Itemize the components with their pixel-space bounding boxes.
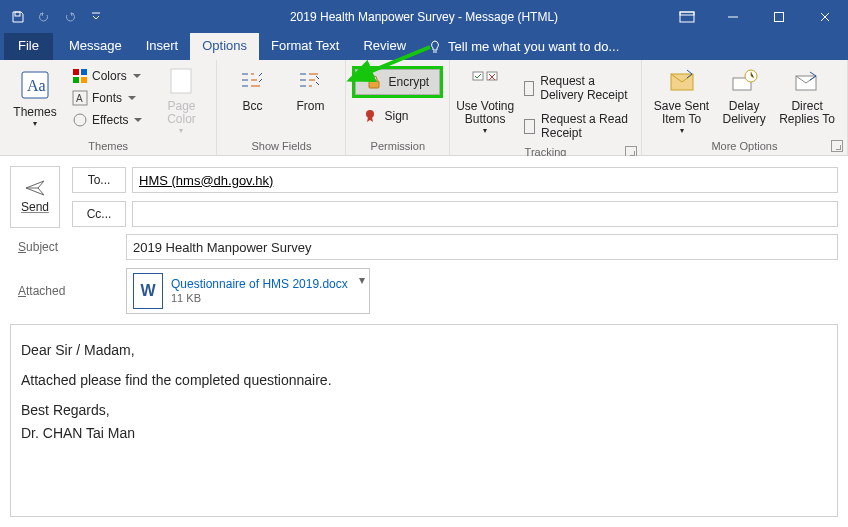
fonts-button[interactable]: A Fonts — [66, 88, 148, 108]
quick-access-toolbar — [0, 0, 114, 33]
request-read-receipt[interactable]: Request a Read Receipt — [520, 108, 635, 144]
svg-rect-7 — [81, 69, 87, 75]
group-label-more-options: More Options — [642, 138, 847, 155]
send-button[interactable]: Send — [10, 166, 60, 228]
maximize-button[interactable] — [756, 0, 802, 33]
svg-rect-1 — [680, 12, 694, 22]
ribbon-seal-icon — [362, 108, 378, 124]
send-label: Send — [21, 200, 49, 214]
message-body[interactable]: Dear Sir / Madam, Attached please find t… — [10, 324, 838, 517]
encrypt-highlight: Encrypt — [352, 66, 443, 98]
page-color-button[interactable]: Page Color ▾ — [152, 64, 210, 138]
dialog-launcher-icon[interactable] — [831, 140, 843, 152]
to-field[interactable]: HMS (hms@dh.gov.hk) — [132, 167, 838, 193]
group-label-show-fields: Show Fields — [217, 138, 345, 155]
save-sent-label: Save Sent Item To — [654, 100, 709, 126]
redo-icon[interactable] — [58, 5, 82, 29]
bcc-button[interactable]: Bcc — [223, 64, 281, 115]
cc-button[interactable]: Cc... — [72, 201, 126, 227]
chevron-down-icon: ▾ — [483, 127, 487, 136]
tell-me-search[interactable]: Tell me what you want to do... — [418, 33, 629, 60]
save-sent-icon — [666, 66, 698, 98]
colors-label: Colors — [92, 69, 127, 83]
page-color-label: Page Color — [167, 100, 196, 126]
checkbox-icon — [524, 81, 534, 96]
fonts-icon: A — [72, 90, 88, 106]
chevron-down-icon — [134, 118, 142, 122]
delay-delivery-icon — [728, 66, 760, 98]
message-header: Send To... HMS (hms@dh.gov.hk) Cc... — [0, 156, 848, 234]
delivery-receipt-label: Request a Delivery Receipt — [540, 74, 631, 102]
attachment-item[interactable]: W Questionnaire of HMS 2019.docx 11 KB ▾ — [126, 268, 370, 314]
tab-file[interactable]: File — [4, 32, 53, 60]
body-line: Attached please find the completed quest… — [21, 369, 827, 393]
svg-rect-3 — [775, 12, 784, 21]
svg-rect-9 — [81, 77, 87, 83]
body-line: Dear Sir / Madam, — [21, 339, 827, 363]
effects-label: Effects — [92, 113, 128, 127]
checkbox-icon — [524, 119, 535, 134]
page-color-icon — [165, 66, 197, 98]
tab-options[interactable]: Options — [190, 32, 259, 60]
save-sent-item-to-button[interactable]: Save Sent Item To ▾ — [648, 64, 715, 138]
subject-label: Subject — [10, 240, 120, 254]
from-icon — [294, 66, 326, 98]
ribbon-tabs: File Message Insert Options Format Text … — [0, 33, 848, 60]
word-doc-icon: W — [133, 273, 163, 309]
outlook-compose-window: 2019 Health Manpower Survey - Message (H… — [0, 0, 848, 527]
svg-point-15 — [366, 110, 374, 118]
svg-rect-0 — [15, 12, 20, 16]
voting-buttons[interactable]: Use Voting Buttons ▾ — [456, 64, 514, 138]
chevron-down-icon — [133, 74, 141, 78]
svg-rect-2 — [680, 12, 694, 15]
save-icon[interactable] — [6, 5, 30, 29]
cc-field[interactable] — [132, 201, 838, 227]
undo-icon[interactable] — [32, 5, 56, 29]
themes-button[interactable]: Aa Themes ▾ — [6, 64, 64, 131]
subject-field[interactable]: 2019 Health Manpower Survey — [126, 234, 838, 260]
to-button[interactable]: To... — [72, 167, 126, 193]
colors-button[interactable]: Colors — [66, 66, 148, 86]
svg-text:Aa: Aa — [27, 77, 46, 94]
tab-insert[interactable]: Insert — [134, 32, 191, 60]
attachment-name: Questionnaire of HMS 2019.docx — [171, 277, 348, 291]
tab-format-text[interactable]: Format Text — [259, 32, 351, 60]
close-button[interactable] — [802, 0, 848, 33]
group-label-permission: Permission — [346, 138, 449, 155]
request-delivery-receipt[interactable]: Request a Delivery Receipt — [520, 70, 635, 106]
from-label: From — [296, 100, 324, 113]
svg-rect-17 — [487, 72, 497, 80]
subject-attachment-section: Subject 2019 Health Manpower Survey Atta… — [0, 234, 848, 320]
effects-button[interactable]: Effects — [66, 110, 148, 130]
svg-rect-8 — [73, 77, 79, 83]
voting-icon — [469, 66, 501, 98]
sign-button[interactable]: Sign — [352, 104, 443, 128]
voting-label: Use Voting Buttons — [456, 100, 514, 126]
svg-point-12 — [74, 114, 86, 126]
direct-replies-to-button[interactable]: Direct Replies To — [773, 64, 841, 128]
group-themes: Aa Themes ▾ Colors A Fonts — [0, 60, 217, 155]
qat-customize-icon[interactable] — [84, 5, 108, 29]
minimize-button[interactable] — [710, 0, 756, 33]
ribbon-display-options-icon[interactable] — [664, 0, 710, 33]
chevron-down-icon: ▾ — [179, 127, 183, 136]
bcc-icon — [236, 66, 268, 98]
chevron-down-icon[interactable]: ▾ — [359, 273, 365, 287]
attachment-size: 11 KB — [171, 292, 348, 305]
group-tracking: Use Voting Buttons ▾ Request a Delivery … — [450, 60, 642, 155]
group-more-options: Save Sent Item To ▾ Delay Delivery Direc… — [642, 60, 848, 155]
tab-review[interactable]: Review — [351, 32, 418, 60]
delay-delivery-button[interactable]: Delay Delivery — [715, 64, 773, 128]
encrypt-label: Encrypt — [388, 75, 429, 89]
group-permission: Encrypt Sign Permission — [346, 60, 450, 155]
ribbon: Aa Themes ▾ Colors A Fonts — [0, 60, 848, 156]
tab-message[interactable]: Message — [57, 32, 134, 60]
encrypt-button[interactable]: Encrypt — [355, 69, 440, 95]
chevron-down-icon — [128, 96, 136, 100]
sign-label: Sign — [384, 109, 408, 123]
from-button[interactable]: From — [281, 64, 339, 115]
send-icon — [25, 180, 45, 196]
tell-me-label: Tell me what you want to do... — [448, 39, 619, 54]
read-receipt-label: Request a Read Receipt — [541, 112, 631, 140]
themes-icon: Aa — [18, 66, 52, 104]
